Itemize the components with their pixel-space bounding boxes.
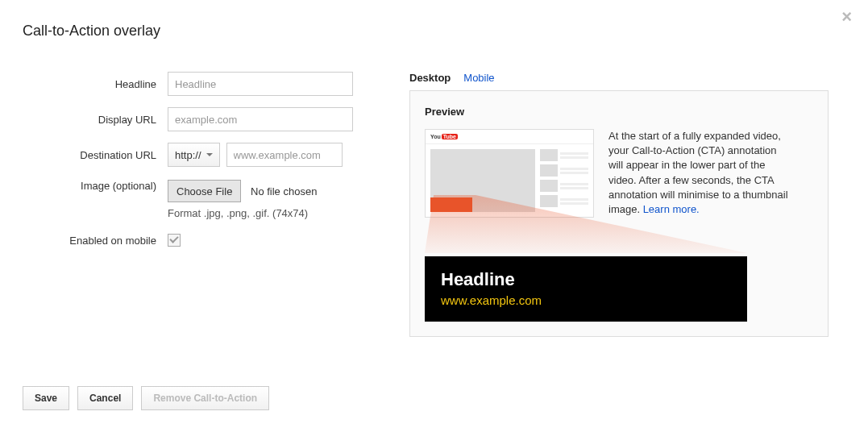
form-column: Headline Display URL Destination URL htt…: [23, 72, 377, 337]
mock-browser: YouTube: [425, 129, 594, 218]
preview-column: Desktop Mobile Preview YouTube: [409, 72, 845, 337]
cta-preview-url: www.example.com: [441, 293, 731, 307]
destination-url-label: Destination URL: [23, 149, 168, 161]
save-button[interactable]: Save: [23, 386, 69, 410]
close-icon[interactable]: ×: [841, 8, 852, 26]
action-bar: Save Cancel Remove Call-to-Action: [23, 386, 269, 410]
youtube-logo-icon: YouTube: [430, 134, 458, 139]
mock-cta-overlay: [430, 197, 472, 212]
display-url-input[interactable]: [168, 107, 353, 131]
headline-input[interactable]: [168, 72, 353, 96]
preview-box: Preview YouTube: [409, 90, 829, 337]
choose-file-button[interactable]: Choose File: [168, 180, 241, 202]
preview-title: Preview: [425, 106, 813, 118]
preview-mock: YouTube: [425, 129, 594, 218]
mobile-checkbox[interactable]: [168, 234, 181, 247]
image-row: Image (optional) Choose File No file cho…: [23, 178, 377, 219]
remove-cta-button[interactable]: Remove Call-to-Action: [141, 386, 269, 410]
headline-row: Headline: [23, 72, 377, 96]
preview-description: At the start of a fully expanded video, …: [608, 129, 794, 218]
mobile-row: Enabled on mobile: [23, 234, 377, 247]
page-title: Call-to-Action overlay: [23, 23, 845, 39]
tab-desktop[interactable]: Desktop: [409, 72, 451, 84]
cancel-button[interactable]: Cancel: [77, 386, 133, 410]
learn-more-link[interactable]: Learn more.: [643, 203, 700, 215]
tab-mobile[interactable]: Mobile: [463, 72, 494, 84]
display-url-row: Display URL: [23, 107, 377, 131]
content: Headline Display URL Destination URL htt…: [23, 72, 845, 337]
destination-url-row: Destination URL http://: [23, 143, 377, 167]
display-url-label: Display URL: [23, 114, 168, 126]
file-status: No file chosen: [251, 185, 317, 197]
image-label: Image (optional): [23, 180, 168, 192]
mobile-label: Enabled on mobile: [23, 235, 168, 247]
cta-preview-headline: Headline: [441, 269, 731, 290]
chevron-down-icon: [206, 153, 213, 156]
image-format-hint: Format .jpg, .png, .gif. (74x74): [168, 207, 317, 219]
mock-video-player: [430, 149, 535, 212]
protocol-value: http://: [175, 149, 201, 161]
protocol-select[interactable]: http://: [168, 143, 220, 167]
mock-sidebar: [540, 149, 588, 212]
tabs: Desktop Mobile: [409, 72, 845, 84]
cta-preview: Headline www.example.com: [425, 256, 747, 322]
destination-url-input[interactable]: [226, 143, 343, 167]
mock-topbar: YouTube: [426, 130, 593, 144]
headline-label: Headline: [23, 78, 168, 90]
